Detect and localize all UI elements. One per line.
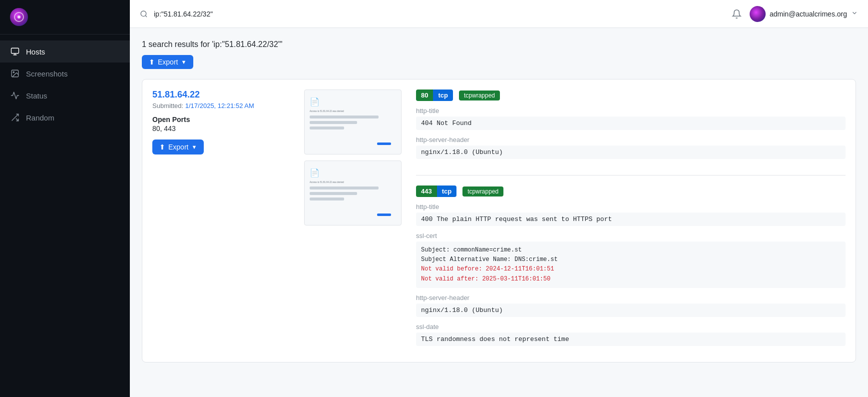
hosts-icon — [10, 46, 20, 56]
export-icon: ⬆ — [149, 58, 155, 66]
ssl-date-value-443: TLS randomness does not represent time — [416, 332, 846, 346]
port-number-80: 80 — [416, 90, 433, 101]
ssl-cert-label-443: ssl-cert — [416, 232, 846, 240]
service-entry-443: 443 tcp tcpwrapped http-title 400 The pl… — [416, 186, 846, 352]
service-entry-80: 80 tcp tcpwrapped http-title 404 Not Fou… — [416, 90, 846, 176]
services-column: 80 tcp tcpwrapped http-title 404 Not Fou… — [416, 90, 846, 352]
user-menu[interactable]: admin@actualcrimes.org — [750, 6, 858, 22]
sidebar-item-status-label: Status — [26, 92, 47, 100]
open-ports-list: 80, 443 — [152, 124, 292, 132]
status-icon — [10, 90, 20, 100]
screenshot-file-icon-1: 📄 — [310, 97, 320, 106]
svg-line-8 — [145, 16, 147, 17]
ssl-date-label-443: ssl-date — [416, 323, 846, 330]
ssl-not-before: Not valid before: 2024-12-11T16:01:51 — [421, 264, 841, 274]
main-content: admin@actualcrimes.org 1 search results … — [130, 0, 868, 397]
screenshot-bar-2 — [377, 214, 391, 216]
screenshot-bar-1 — [377, 142, 391, 145]
header: admin@actualcrimes.org — [130, 0, 868, 28]
screenshot-thumb-2[interactable]: 📄 Access to 51.81.64.22 was denied — [304, 160, 402, 226]
host-ip-link[interactable]: 51.81.64.22 — [152, 90, 200, 100]
svg-point-4 — [13, 72, 14, 72]
header-right: admin@actualcrimes.org — [732, 6, 858, 22]
svg-point-7 — [141, 11, 146, 16]
svg-rect-0 — [11, 48, 19, 54]
global-export-label: Export — [158, 58, 178, 66]
search-input[interactable] — [154, 10, 726, 18]
logo-area — [0, 0, 130, 34]
screenshot-line-1c — [310, 126, 344, 130]
port-service-443: tcpwrapped — [462, 186, 503, 196]
http-server-header-label-80: http-server-header — [416, 136, 846, 144]
search-icon — [140, 10, 148, 18]
host-submitted: Submitted: 1/17/2025, 12:21:52 AM — [152, 102, 292, 110]
screenshots-column: 📄 Access to 51.81.64.22 was denied 📄 Ac — [304, 90, 404, 352]
http-title-value-80: 404 Not Found — [416, 116, 846, 130]
user-email: admin@actualcrimes.org — [770, 10, 847, 18]
screenshot-line-2a — [310, 186, 379, 190]
ssl-not-after: Not valid after: 2025-03-11T16:01:50 — [421, 274, 841, 284]
screenshot-text-1: Access to 51.81.64.22 was denied — [310, 110, 344, 112]
sidebar-item-status[interactable]: Status — [0, 84, 130, 106]
notification-bell-icon[interactable] — [732, 9, 742, 19]
screenshot-content-1: 📄 Access to 51.81.64.22 was denied — [310, 97, 396, 130]
ssl-san: Subject Alternative Name: DNS:crime.st — [421, 255, 841, 264]
logo-inner — [14, 12, 24, 22]
random-icon — [10, 112, 20, 122]
export-chevron-icon: ▼ — [181, 59, 186, 65]
host-export-icon: ⬆ — [159, 143, 165, 151]
sidebar-nav: Hosts Screenshots Status Random — [0, 34, 130, 397]
sidebar: Hosts Screenshots Status Random — [0, 0, 130, 397]
chevron-down-icon — [851, 10, 858, 18]
submitted-date: 1/17/2025, 12:21:52 AM — [185, 102, 254, 110]
screenshot-line-2c — [310, 198, 344, 200]
screenshot-file-icon-2: 📄 — [310, 168, 320, 178]
port-badge-443: 443 tcp — [416, 186, 456, 197]
port-badge-80: 80 tcp — [416, 90, 453, 101]
host-card: 51.81.64.22 Submitted: 1/17/2025, 12:21:… — [142, 79, 856, 362]
avatar — [750, 6, 766, 22]
screenshot-content-2: 📄 Access to 51.81.64.22 was denied — [310, 168, 396, 200]
http-title-label-80: http-title — [416, 107, 846, 114]
submitted-label: Submitted: — [152, 102, 183, 110]
screenshot-text-2: Access to 51.81.64.22 was denied — [310, 181, 344, 184]
sidebar-item-random[interactable]: Random — [0, 106, 130, 128]
app-logo — [10, 8, 28, 26]
ssl-cert-block-443: Subject: commonName=crime.st Subject Alt… — [416, 242, 846, 288]
screenshot-line-1a — [310, 116, 379, 118]
sidebar-item-screenshots-label: Screenshots — [26, 70, 67, 78]
http-server-header-label-443: http-server-header — [416, 294, 846, 302]
global-export-button[interactable]: ⬆ Export ▼ — [142, 55, 193, 69]
screenshot-line-1b — [310, 121, 357, 124]
sidebar-item-screenshots[interactable]: Screenshots — [0, 62, 130, 84]
port-badge-row-80: 80 tcp tcpwrapped — [416, 90, 846, 101]
open-ports-label: Open Ports — [152, 116, 292, 124]
screenshot-thumb-1[interactable]: 📄 Access to 51.81.64.22 was denied — [304, 90, 402, 154]
results-summary: 1 search results for 'ip:"51.81.64.22/32… — [142, 40, 856, 49]
http-server-header-value-443: nginx/1.18.0 (Ubuntu) — [416, 304, 846, 317]
content-area: 1 search results for 'ip:"51.81.64.22/32… — [130, 28, 868, 397]
screenshot-line-2b — [310, 192, 357, 195]
http-title-label-443: http-title — [416, 203, 846, 210]
http-server-header-value-80: nginx/1.18.0 (Ubuntu) — [416, 146, 846, 159]
host-export-button[interactable]: ⬆ Export ▼ — [152, 140, 204, 154]
sidebar-item-random-label: Random — [26, 114, 54, 122]
ssl-subject: Subject: commonName=crime.st — [421, 246, 841, 255]
host-export-chevron-icon: ▼ — [191, 144, 197, 150]
host-info-column: 51.81.64.22 Submitted: 1/17/2025, 12:21:… — [152, 90, 292, 352]
port-proto-80: tcp — [433, 90, 453, 101]
http-title-value-443: 400 The plain HTTP request was sent to H… — [416, 212, 846, 226]
host-card-top: 51.81.64.22 Submitted: 1/17/2025, 12:21:… — [152, 90, 846, 352]
port-service-80: tcpwrapped — [459, 90, 500, 100]
results-header: 1 search results for 'ip:"51.81.64.22/32… — [142, 40, 856, 69]
sidebar-item-hosts-label: Hosts — [26, 48, 45, 56]
port-proto-443: tcp — [437, 186, 457, 197]
sidebar-item-hosts[interactable]: Hosts — [0, 40, 130, 62]
screenshots-icon — [10, 68, 20, 78]
port-badge-row-443: 443 tcp tcpwrapped — [416, 186, 846, 197]
host-export-label: Export — [168, 143, 188, 151]
port-number-443: 443 — [416, 186, 437, 197]
